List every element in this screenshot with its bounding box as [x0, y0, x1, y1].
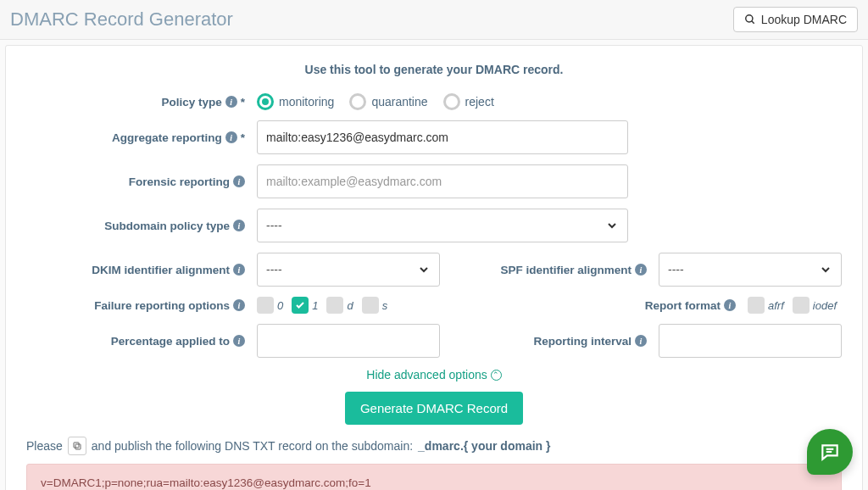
reporting-interval-label: Reporting interval — [533, 335, 632, 348]
chevron-down-icon — [417, 263, 431, 276]
svg-point-0 — [746, 15, 753, 22]
toggle-advanced-label: Hide advanced options — [366, 368, 487, 381]
generator-panel: Use this tool to generate your DMARC rec… — [5, 45, 863, 490]
report-format-label: Report format — [645, 299, 721, 312]
generate-record-button[interactable]: Generate DMARC Record — [345, 392, 523, 425]
svg-rect-2 — [75, 444, 81, 449]
failure-opt-1-label: 1 — [312, 299, 318, 312]
check-icon — [295, 300, 305, 310]
info-icon[interactable]: i — [233, 264, 245, 276]
failure-opt-0-checkbox[interactable] — [257, 297, 274, 314]
failure-opt-d-label: d — [347, 299, 353, 312]
failure-opt-1-checkbox[interactable] — [292, 297, 309, 314]
report-format-iodef-label: iodef — [813, 299, 837, 312]
toggle-advanced-link[interactable]: Hide advanced options ⌃ — [26, 368, 842, 381]
info-icon[interactable]: i — [233, 299, 245, 311]
info-icon[interactable]: i — [724, 299, 736, 311]
subdomain-policy-label: Subdomain policy type — [104, 220, 230, 232]
info-icon[interactable]: i — [233, 335, 245, 347]
instruction-mid: and publish the following DNS TXT record… — [92, 439, 413, 453]
policy-type-label: Policy type — [161, 96, 221, 109]
spf-alignment-value: ---- — [668, 263, 684, 276]
report-format-afrf-checkbox[interactable] — [748, 297, 765, 314]
required-mark: * — [241, 131, 245, 144]
chat-icon — [819, 441, 841, 463]
dkim-alignment-value: ---- — [266, 263, 282, 276]
info-icon[interactable]: i — [225, 131, 237, 143]
dkim-alignment-select[interactable]: ---- — [257, 253, 440, 287]
search-icon — [744, 14, 756, 25]
dmarc-record-output: v=DMARC1;p=none;rua=mailto:easy1236@easy… — [26, 464, 842, 490]
failure-opt-0-label: 0 — [277, 299, 283, 312]
lookup-dmarc-label: Lookup DMARC — [761, 13, 847, 26]
policy-monitoring-label: monitoring — [279, 95, 334, 109]
forensic-reporting-label: Forensic reporting — [129, 175, 230, 188]
failure-options-label: Failure reporting options — [94, 299, 230, 312]
svg-line-1 — [752, 21, 754, 24]
reporting-interval-input[interactable] — [659, 324, 842, 358]
info-icon[interactable]: i — [225, 96, 237, 108]
spf-alignment-select[interactable]: ---- — [659, 253, 842, 287]
lookup-dmarc-button[interactable]: Lookup DMARC — [733, 7, 858, 32]
subdomain-policy-value: ---- — [266, 219, 282, 232]
policy-reject-label: reject — [465, 95, 494, 109]
copy-button[interactable] — [68, 437, 86, 455]
spf-alignment-label: SPF identifier alignment — [500, 264, 632, 276]
policy-quarantine-radio[interactable]: quarantine — [349, 93, 427, 110]
instruction-domain: _dmarc.{ your domain } — [418, 439, 550, 453]
failure-opt-s-label: s — [382, 299, 388, 312]
page-title: DMARC Record Generator — [10, 8, 233, 31]
failure-opt-s-checkbox[interactable] — [362, 297, 379, 314]
aggregate-reporting-input[interactable] — [257, 120, 628, 154]
instruction-prefix: Please — [26, 439, 63, 453]
percentage-label: Percentage applied to — [111, 335, 230, 348]
info-icon[interactable]: i — [233, 220, 245, 231]
chat-fab-button[interactable] — [807, 429, 853, 475]
info-icon[interactable]: i — [635, 264, 647, 276]
subdomain-policy-select[interactable]: ---- — [257, 209, 628, 242]
copy-icon — [72, 441, 82, 451]
chevron-down-icon — [605, 219, 619, 232]
info-icon[interactable]: i — [635, 335, 647, 347]
report-format-iodef-checkbox[interactable] — [793, 297, 810, 314]
policy-quarantine-label: quarantine — [371, 95, 427, 109]
report-format-afrf-label: afrf — [768, 299, 784, 312]
percentage-input[interactable] — [257, 324, 440, 358]
policy-reject-radio[interactable]: reject — [443, 93, 494, 110]
radio-icon — [349, 93, 366, 110]
aggregate-reporting-label: Aggregate reporting — [112, 131, 222, 144]
required-mark: * — [241, 96, 245, 109]
forensic-reporting-input[interactable] — [257, 164, 628, 198]
intro-text: Use this tool to generate your DMARC rec… — [26, 63, 842, 76]
failure-opt-d-checkbox[interactable] — [326, 297, 343, 314]
dkim-alignment-label: DKIM identifier alignment — [92, 264, 230, 276]
radio-checked-icon — [257, 93, 274, 110]
policy-monitoring-radio[interactable]: monitoring — [257, 93, 334, 110]
chevron-down-icon — [819, 263, 832, 276]
info-icon[interactable]: i — [233, 175, 245, 187]
svg-rect-3 — [74, 443, 79, 448]
radio-icon — [443, 93, 460, 110]
chevron-up-circle-icon: ⌃ — [491, 370, 502, 381]
